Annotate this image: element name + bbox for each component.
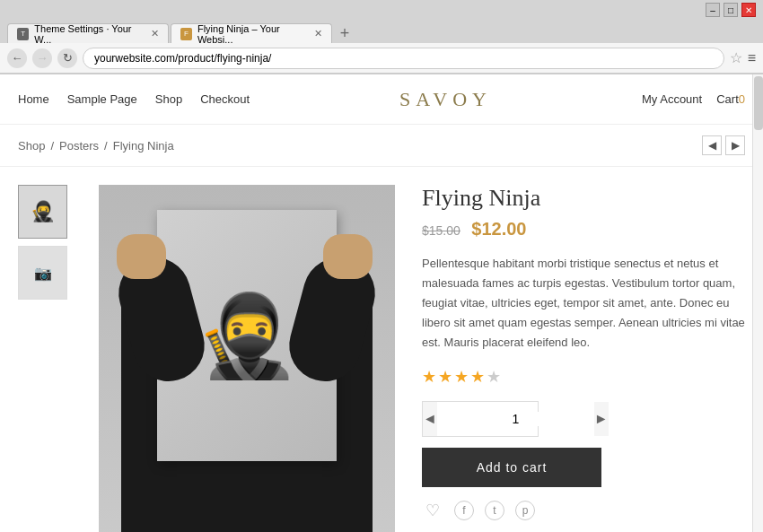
breadcrumb-shop[interactable]: Shop	[18, 139, 45, 153]
quantity-decrease-button[interactable]: ◄	[423, 402, 437, 436]
product-rating: ★ ★ ★ ★ ★	[422, 367, 745, 387]
quantity-input[interactable]: 1	[437, 412, 594, 426]
nav-sample-page[interactable]: Sample Page	[67, 92, 137, 106]
social-share: ♡ f t p	[422, 500, 745, 521]
bookmark-icon[interactable]: ☆	[730, 49, 742, 66]
product-details: Flying Ninja $15.00 $12.00 Pellentesque …	[422, 185, 745, 532]
breadcrumb: Shop / Posters / Flying Ninja ◀ ▶	[0, 125, 763, 167]
star-4: ★	[470, 367, 485, 387]
pinterest-share-icon[interactable]: p	[515, 501, 535, 520]
back-button[interactable]: ←	[7, 48, 27, 68]
forward-button[interactable]: →	[32, 48, 52, 68]
tab-theme-settings[interactable]: T Theme Settings · Your W... ✕	[7, 23, 169, 43]
product-thumbnails: 🥷 📷	[18, 185, 72, 532]
star-2: ★	[438, 367, 452, 387]
prev-product-button[interactable]: ◀	[702, 135, 722, 155]
tab-close-2[interactable]: ✕	[314, 28, 322, 39]
star-5: ★	[487, 367, 501, 387]
tab-title-2: Flying Ninja – Your Websi...	[197, 23, 309, 43]
tab-flying-ninja[interactable]: F Flying Ninja – Your Websi... ✕	[171, 23, 332, 43]
maximize-button[interactable]: □	[724, 3, 738, 17]
brand-logo: SAVOY	[250, 88, 642, 111]
nav-checkout[interactable]: Checkout	[200, 92, 250, 106]
quantity-increase-button[interactable]: ►	[594, 402, 609, 436]
star-1: ★	[422, 367, 436, 387]
nav-left: Home Sample Page Shop Checkout	[18, 92, 250, 106]
browser-menu-icon[interactable]: ≡	[748, 50, 756, 66]
product-area: 🥷 📷	[0, 167, 763, 532]
product-title: Flying Ninja	[422, 185, 745, 212]
title-bar: – □ ✕	[0, 0, 763, 20]
address-bar: ← → ↻ ☆ ≡	[0, 43, 763, 74]
breadcrumb-posters[interactable]: Posters	[59, 139, 99, 153]
nav-shop[interactable]: Shop	[155, 92, 182, 106]
tabs-bar: T Theme Settings · Your W... ✕ F Flying …	[0, 20, 763, 43]
window-control-buttons[interactable]: – □ ✕	[706, 3, 756, 17]
star-3: ★	[454, 367, 469, 387]
sale-price: $12.00	[471, 219, 526, 239]
twitter-share-icon[interactable]: t	[485, 501, 504, 520]
next-product-button[interactable]: ▶	[725, 135, 745, 155]
product-description: Pellentesque habitant morbi tristique se…	[422, 254, 745, 353]
product-main-image: 🥷	[99, 185, 395, 532]
nav-right: My Account Cart0	[642, 92, 745, 106]
tab-title-1: Theme Settings · Your W...	[34, 23, 145, 43]
top-nav: Home Sample Page Shop Checkout SAVOY My …	[0, 74, 763, 125]
minimize-button[interactable]: –	[706, 3, 720, 17]
original-price: $15.00	[422, 223, 460, 238]
scrollbar-thumb[interactable]	[754, 76, 763, 130]
cart-count: 0	[739, 92, 745, 106]
facebook-share-icon[interactable]: f	[454, 501, 474, 520]
breadcrumb-current: Flying Ninja	[113, 139, 174, 153]
url-input[interactable]	[83, 48, 724, 69]
nav-home[interactable]: Home	[18, 92, 49, 106]
tab-close-1[interactable]: ✕	[151, 28, 159, 39]
breadcrumb-nav: ◀ ▶	[702, 135, 745, 155]
tab-favicon-2: F	[180, 28, 192, 40]
breadcrumb-sep-1: /	[50, 139, 54, 153]
breadcrumb-sep-2: /	[104, 139, 108, 153]
wishlist-button[interactable]: ♡	[422, 500, 443, 521]
add-to-cart-button[interactable]: Add to cart	[422, 448, 601, 487]
thumbnail-2[interactable]: 📷	[18, 246, 67, 300]
reload-button[interactable]: ↻	[57, 48, 77, 68]
close-button[interactable]: ✕	[741, 3, 756, 17]
my-account-link[interactable]: My Account	[642, 92, 702, 106]
new-tab-button[interactable]: +	[334, 23, 355, 43]
product-price: $15.00 $12.00	[422, 219, 745, 240]
scrollbar[interactable]	[752, 74, 763, 532]
thumbnail-1[interactable]: 🥷	[18, 185, 67, 239]
cart-link[interactable]: Cart0	[716, 92, 745, 106]
tab-favicon-1: T	[17, 28, 29, 40]
quantity-selector: ◄ 1 ►	[422, 401, 539, 437]
